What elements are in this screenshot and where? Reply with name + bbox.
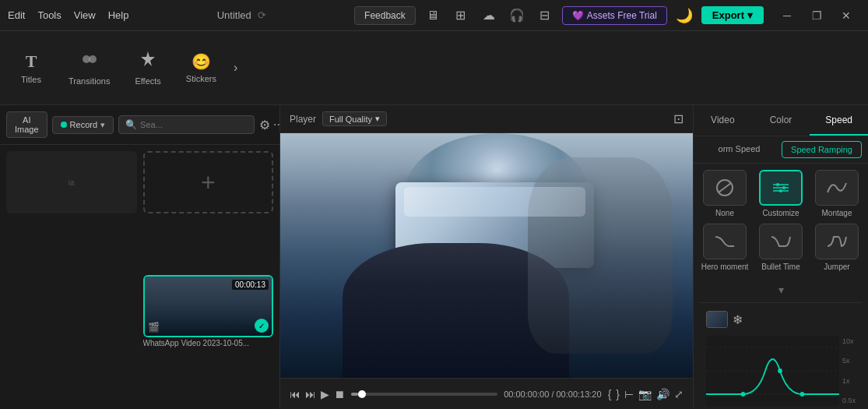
camera-icon[interactable]: 📷 [638,388,652,400]
record-chevron-icon: ▾ [100,120,105,130]
speed-controls: ❄ [700,306,862,333]
speed-option-hero[interactable]: Hero moment [700,224,750,271]
film-icon: 🎬 [148,322,160,333]
mark-out-icon[interactable]: } [616,388,620,400]
resize-icon[interactable]: ⤢ [674,388,684,400]
extra-controls: { } ⊢ 📷 🔊 ⤢ [608,388,684,400]
record-dot-icon [61,122,67,128]
tool-titles[interactable]: T Titles [8,45,54,90]
headphone-icon[interactable]: 🎧 [506,5,528,26]
volume-icon[interactable]: 🔊 [656,388,669,400]
speed-chart: 10x 5x 1x 0.5x [700,333,862,409]
transitions-icon [80,50,99,73]
toolbar-expand-icon[interactable]: › [230,58,241,78]
speed-option-montage[interactable]: Montage [812,170,862,217]
freeze-icon[interactable]: ❄ [733,312,743,327]
video-area [280,133,693,378]
tab-video[interactable]: Video [694,105,752,136]
menu-edit[interactable]: Edit [8,9,25,21]
player-bar: Player Full Quality ▾ ⊡ [280,105,693,133]
progress-fill [351,393,358,396]
project-status-icon: ⟳ [258,9,266,21]
media-duration: 00:00:13 [232,280,269,290]
speed-option-none[interactable]: None [700,170,750,217]
menu-tools[interactable]: Tools [37,9,61,21]
feedback-button[interactable]: Feedback [354,6,416,25]
transport-controls: ⏮ ⏭ ▶ ⏹ [290,388,345,400]
stop-icon[interactable]: ⏹ [334,388,345,400]
media-grid: ia + 00:00:13 🎬 ✓ WhatsApp Video 2023-10… [0,145,279,409]
plus-icon: + [201,168,216,197]
stickers-icon: 😊 [192,52,211,71]
svg-point-8 [776,183,779,186]
assets-button[interactable]: 💜 Assets Free Trial [562,6,667,25]
hero-label: Hero moment [701,263,749,271]
player-icons: ⊡ [673,111,684,126]
quality-chevron-icon: ▾ [375,114,380,124]
menu-view[interactable]: View [74,9,96,21]
moon-icon[interactable]: 🌙 [673,5,695,26]
titles-icon: T [26,51,37,72]
chart-y-labels: 10x 5x 1x 0.5x [842,336,856,406]
fullscreen-icon[interactable]: ⊡ [673,111,684,126]
player-label: Player [290,114,316,125]
close-button[interactable]: ✕ [832,5,860,26]
montage-label: Montage [822,209,852,217]
search-input[interactable] [140,120,248,129]
speed-options: None Customize [694,164,868,409]
right-panel: Video Color Speed orm Speed Speed Rampin… [693,105,868,409]
menu-help[interactable]: Help [108,9,129,21]
bullet-icon [759,224,803,259]
bullet-label: Bullet Time [761,263,799,271]
skip-back-icon[interactable]: ⏮ [290,388,300,400]
tab-speed[interactable]: Speed [810,105,868,136]
mark-in-icon[interactable]: { [608,388,612,400]
play-icon[interactable]: ▶ [321,388,329,400]
add-media-button[interactable]: + [143,151,274,213]
tool-stickers[interactable]: 😊 Stickers [175,46,227,90]
speed-option-jumper[interactable]: Jumper [812,224,862,271]
export-button[interactable]: Export ▾ [701,6,764,24]
jumper-label: Jumper [824,263,849,271]
svg-marker-2 [141,51,155,66]
title-right: Feedback 🖥 ⊞ ☁ 🎧 ⊟ 💜 Assets Free Trial 🌙… [354,5,860,26]
speed-option-customize[interactable]: Customize [756,170,806,217]
cloud-upload-icon[interactable]: ☁ [478,5,500,26]
tool-transitions[interactable]: Transitions [58,44,121,92]
window-controls: ─ ❐ ✕ [773,5,860,26]
layout-icon[interactable]: ⊞ [450,5,472,26]
svg-point-15 [778,368,782,373]
tab-color[interactable]: Color [752,105,810,136]
panel-toolbar: AI Image Record ▾ 🔍 ⚙ ··· [0,105,279,145]
media-item-wrapper: 00:00:13 🎬 ✓ WhatsApp Video 2023-10-05..… [143,275,274,403]
maximize-button[interactable]: ❐ [803,5,831,26]
title-center: Untitled ⟳ [135,9,348,21]
trim-icon[interactable]: ⊢ [624,388,634,400]
subtab-speed-ramping[interactable]: Speed Ramping [782,141,862,158]
media-item[interactable]: 00:00:13 🎬 ✓ [143,275,274,337]
customize-label: Customize [762,209,799,217]
minimize-button[interactable]: ─ [773,5,801,26]
svg-point-16 [800,392,805,397]
speed-curve-svg [706,336,839,406]
main-content: AI Image Record ▾ 🔍 ⚙ ··· ia + [0,105,868,409]
ai-image-button[interactable]: AI Image [6,111,47,138]
selected-badge: ✓ [255,319,269,333]
tool-effects[interactable]: Effects [124,44,171,92]
media-item-partial[interactable]: ia [6,151,137,213]
speed-grid: None Customize [700,170,862,271]
record-button[interactable]: Record ▾ [52,116,114,134]
filter-icon[interactable]: ⚙ [259,118,270,132]
quality-select[interactable]: Full Quality ▾ [322,111,387,126]
svg-point-1 [89,55,97,63]
subtab-uniform-speed[interactable]: orm Speed [700,141,778,158]
progress-bar[interactable] [351,393,497,396]
grid-icon[interactable]: ⊟ [534,5,556,26]
speed-option-bullet[interactable]: Bullet Time [756,224,806,271]
step-back-icon[interactable]: ⏭ [305,388,316,400]
hero-icon [703,224,747,259]
search-box[interactable]: 🔍 [118,115,255,134]
expand-options-icon[interactable]: ▾ [778,284,784,296]
screen-icon[interactable]: 🖥 [422,5,444,26]
speed-chart-canvas [706,336,839,406]
